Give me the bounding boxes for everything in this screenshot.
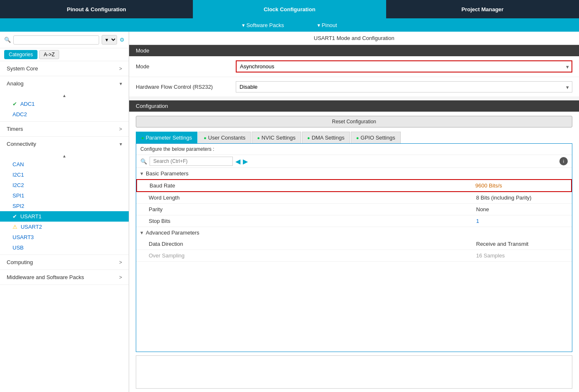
sidebar-item-spi2[interactable]: SPI2 — [0, 201, 129, 211]
sidebar-item-i2c2[interactable]: I2C2 — [0, 180, 129, 190]
analog-header[interactable]: Analog ▾ — [0, 76, 129, 91]
sidebar-item-usart3[interactable]: USART3 — [0, 232, 129, 242]
timers-header[interactable]: Timers > — [0, 122, 129, 136]
adc1-check-icon: ✔ — [12, 101, 19, 107]
gear-icon[interactable]: ⚙ — [120, 37, 125, 43]
data-direction-value: Receive and Transmit — [476, 241, 559, 247]
section-analog: Analog ▾ ▲ ✔ ADC1 ADC2 — [0, 76, 129, 122]
param-row-parity: Parity None — [136, 204, 572, 215]
section-computing: Computing > — [0, 255, 129, 270]
data-direction-label: Data Direction — [149, 241, 476, 247]
analog-chevron: ▾ — [120, 81, 122, 87]
system-core-chevron: > — [119, 66, 122, 72]
computing-header[interactable]: Computing > — [0, 255, 129, 270]
categories-btn[interactable]: Categories — [4, 50, 37, 59]
bottom-output-area — [136, 355, 572, 389]
hw-flow-label: Hardware Flow Control (RS232) — [136, 84, 236, 90]
computing-chevron: > — [119, 260, 122, 265]
second-nav: ▾ Software Packs ▾ Pinout — [0, 18, 579, 32]
tab-parameter-settings[interactable]: ● Parameter Settings — [136, 132, 197, 143]
timers-chevron: > — [119, 126, 122, 132]
sidebar-item-usart2[interactable]: ⚠ USART2 — [0, 222, 129, 232]
word-length-label: Word Length — [149, 195, 476, 201]
hw-select-wrapper: Disable CTS Only RTS Only CTS/RTS ▾ — [236, 81, 572, 92]
tab-user-constants[interactable]: ● User Constants — [198, 132, 251, 143]
usart1-check-icon: ✔ — [12, 213, 19, 220]
params-next-btn[interactable]: ▶ — [243, 157, 248, 165]
analog-items: ▲ ✔ ADC1 ADC2 — [0, 91, 129, 121]
reset-config-button[interactable]: Reset Configuration — [136, 116, 572, 127]
params-search-icon: 🔍 — [140, 158, 147, 165]
param-row-baud-rate: Baud Rate 9600 Bits/s — [136, 179, 572, 192]
content-header: USART1 Mode and Configuration — [129, 32, 579, 45]
section-middleware: Middleware and Software Packs > — [0, 270, 129, 285]
software-packs-nav[interactable]: ▾ Software Packs — [242, 22, 284, 28]
basic-collapse-icon: ▾ — [140, 170, 143, 177]
mode-title-bar: Mode — [129, 45, 579, 56]
mode-row: Mode Asynchronous Synchronous Disable ▾ — [129, 56, 579, 77]
sidebar: 🔍 ▾ ⚙ Categories A->Z System Core > Anal… — [0, 32, 129, 392]
scroll-up-icon[interactable]: ▲ — [62, 93, 67, 98]
top-nav: Pinout & Configuration Clock Configurati… — [0, 0, 579, 18]
param-row-stop-bits: Stop Bits 1 — [136, 215, 572, 227]
word-length-value: 8 Bits (including Parity) — [476, 195, 559, 201]
param-row-word-length: Word Length 8 Bits (including Parity) — [136, 192, 572, 204]
baud-rate-value: 9600 Bits/s — [475, 182, 559, 189]
basic-params-header[interactable]: ▾ Basic Parameters — [136, 168, 572, 179]
params-area: Configure the below parameters : 🔍 ◀ ▶ i… — [136, 143, 572, 352]
nav-clock[interactable]: Clock Configuration — [193, 0, 386, 18]
parity-label: Parity — [149, 206, 476, 212]
params-prev-btn[interactable]: ◀ — [235, 157, 240, 165]
gpio-tab-icon: ● — [356, 135, 359, 140]
middleware-chevron: > — [119, 275, 122, 280]
sidebar-item-usart1[interactable]: ✔ USART1 — [0, 211, 129, 222]
search-dropdown[interactable]: ▾ — [102, 35, 117, 45]
sidebar-item-i2c1[interactable]: I2C1 — [0, 170, 129, 180]
params-desc: Configure the below parameters : — [136, 144, 572, 155]
user-constants-tab-icon: ● — [204, 135, 207, 140]
tab-dma-settings[interactable]: ● DMA Settings — [302, 132, 350, 143]
tab-nvic-settings[interactable]: ● NVIC Settings — [252, 132, 301, 143]
basic-params-group: ▾ Basic Parameters Baud Rate 9600 Bits/s… — [136, 168, 572, 227]
advanced-params-group: ▾ Advanced Parameters Data Direction Rec… — [136, 227, 572, 262]
main-layout: 🔍 ▾ ⚙ Categories A->Z System Core > Anal… — [0, 32, 579, 392]
search-input[interactable] — [13, 35, 99, 45]
param-settings-tab-icon: ● — [141, 135, 144, 140]
tab-gpio-settings[interactable]: ● GPIO Settings — [351, 132, 401, 143]
params-info-button[interactable]: i — [559, 157, 568, 165]
config-title-bar: Configuration — [129, 100, 579, 112]
over-sampling-label: Over Sampling — [149, 252, 476, 259]
nvic-tab-icon: ● — [257, 135, 260, 140]
connectivity-header[interactable]: Connectivity ▾ — [0, 137, 129, 151]
tabs-row: ● Parameter Settings ● User Constants ● … — [129, 132, 579, 143]
nav-project[interactable]: Project Manager — [386, 0, 579, 18]
parity-value: None — [476, 206, 559, 212]
pinout-nav[interactable]: ▾ Pinout — [317, 22, 337, 28]
mode-select[interactable]: Asynchronous Synchronous Disable — [236, 60, 572, 72]
params-search-row: 🔍 ◀ ▶ i — [136, 155, 572, 168]
nav-pinout[interactable]: Pinout & Configuration — [0, 0, 193, 18]
sidebar-item-adc2[interactable]: ADC2 — [0, 109, 129, 120]
content-area: USART1 Mode and Configuration Mode Mode … — [129, 32, 579, 392]
sidebar-categories: Categories A->Z — [0, 48, 129, 61]
over-sampling-value: 16 Samples — [476, 252, 559, 259]
sidebar-item-can[interactable]: CAN — [0, 159, 129, 170]
hw-flow-row: Hardware Flow Control (RS232) Disable CT… — [129, 77, 579, 97]
sidebar-item-usb[interactable]: USB — [0, 242, 129, 253]
search-icon: 🔍 — [4, 37, 11, 43]
usart2-warning-icon: ⚠ — [12, 224, 19, 230]
sidebar-item-spi1[interactable]: SPI1 — [0, 190, 129, 201]
conn-scroll-up-icon[interactable]: ▲ — [62, 154, 67, 158]
params-search-input[interactable] — [150, 157, 233, 166]
atoz-btn[interactable]: A->Z — [39, 50, 59, 59]
param-row-over-sampling: Over Sampling 16 Samples — [136, 250, 572, 262]
sidebar-item-adc1[interactable]: ✔ ADC1 — [0, 99, 129, 109]
dma-tab-icon: ● — [307, 135, 310, 140]
sidebar-search-row: 🔍 ▾ ⚙ — [0, 32, 129, 48]
hw-flow-select[interactable]: Disable CTS Only RTS Only CTS/RTS — [236, 81, 572, 92]
stop-bits-value: 1 — [476, 218, 559, 224]
mode-select-wrapper: Asynchronous Synchronous Disable ▾ — [236, 60, 572, 72]
advanced-params-header[interactable]: ▾ Advanced Parameters — [136, 227, 572, 238]
middleware-header[interactable]: Middleware and Software Packs > — [0, 270, 129, 285]
system-core-header[interactable]: System Core > — [0, 61, 129, 76]
